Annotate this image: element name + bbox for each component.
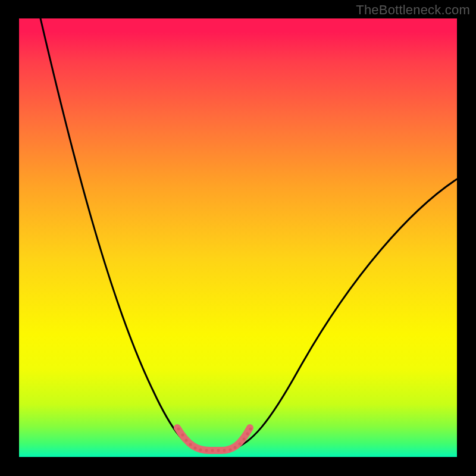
curve-left	[40, 18, 199, 449]
svg-point-10	[229, 449, 232, 452]
curve-minimum-highlight	[177, 428, 250, 450]
svg-point-2	[185, 439, 188, 442]
svg-point-12	[239, 443, 242, 446]
chart	[19, 18, 457, 457]
svg-point-3	[189, 443, 192, 446]
svg-point-15	[249, 428, 252, 431]
svg-point-4	[194, 447, 197, 450]
svg-point-9	[223, 449, 226, 452]
svg-point-14	[246, 433, 249, 436]
svg-point-0	[177, 428, 180, 431]
svg-point-5	[199, 449, 202, 452]
svg-point-6	[205, 449, 208, 452]
svg-point-13	[243, 438, 246, 441]
svg-point-11	[234, 446, 237, 449]
svg-point-8	[217, 449, 220, 452]
watermark-text: TheBottleneck.com	[356, 2, 470, 18]
curve-right	[232, 179, 457, 449]
svg-point-7	[211, 449, 214, 452]
svg-point-1	[181, 434, 184, 437]
chart-overlay-svg	[19, 18, 457, 457]
